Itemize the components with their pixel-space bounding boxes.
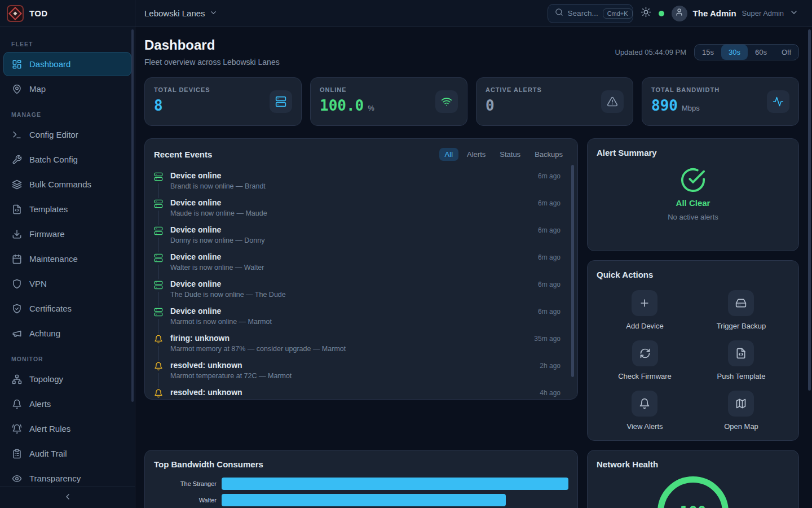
refresh-interval-60s-button[interactable]: 60s — [748, 45, 774, 60]
page-title: Dashboard — [144, 37, 280, 53]
search-icon — [555, 8, 563, 19]
sidebar-item-batch-config[interactable]: Batch Config — [3, 147, 131, 172]
stat-label: TOTAL BANDWIDTH — [651, 86, 720, 93]
alert-summary-status: All Clear — [676, 198, 710, 208]
server-icon — [154, 306, 163, 319]
event-row: Device onlineThe Dude is now online — Th… — [154, 276, 568, 303]
sidebar-item-maintenance[interactable]: Maintenance — [3, 247, 131, 271]
events-list: Device onlineBrandt is now online — Bran… — [154, 168, 568, 400]
file-code-icon — [735, 348, 747, 359]
bandwidth-bars: The StrangerWalter — [154, 478, 568, 506]
sidebar-item-dashboard[interactable]: Dashboard — [3, 52, 131, 76]
sidebar-item-alert-rules[interactable]: Alert Rules — [3, 417, 131, 441]
event-detail: Donny is now online — Donny — [170, 237, 531, 245]
stat-card-total-devices: TOTAL DEVICES8 — [144, 77, 302, 126]
quick-action-check-firmware[interactable]: Check Firmware — [618, 340, 672, 380]
check-circle-icon — [680, 167, 706, 193]
quick-action-label: Add Device — [626, 322, 663, 330]
plus-icon — [639, 297, 650, 309]
quick-action-open-map[interactable]: Open Map — [724, 391, 758, 431]
event-time: 6m ago — [538, 252, 561, 272]
event-time: 6m ago — [538, 279, 561, 299]
sidebar-item-firmware[interactable]: Firmware — [3, 222, 131, 246]
sidebar-item-alerts[interactable]: Alerts — [3, 392, 131, 416]
refresh-interval-15s-button[interactable]: 15s — [695, 45, 721, 60]
events-scrollbar-thumb[interactable] — [571, 165, 574, 377]
stat-label: TOTAL DEVICES — [154, 86, 210, 93]
sidebar-header: TOD — [0, 0, 135, 27]
dashboard-grid: Recent Events AllAlertsStatusBackups Dev… — [144, 138, 799, 508]
event-row: Device onlineMarmot is now online — Marm… — [154, 303, 568, 330]
avatar — [672, 6, 687, 21]
sidebar-item-certificates[interactable]: Certificates — [3, 296, 131, 321]
chevron-down-icon — [209, 8, 218, 19]
refresh-icon — [639, 348, 651, 359]
quick-actions-title: Quick Actions — [597, 270, 789, 279]
event-title: Device online — [170, 279, 531, 289]
main-scrollbar-thumb[interactable] — [808, 29, 811, 391]
recent-events-panel: Recent Events AllAlertsStatusBackups Dev… — [144, 138, 578, 400]
sidebar-item-bulk-commands[interactable]: Bulk Commands — [3, 172, 131, 196]
sidebar-item-label: Certificates — [29, 304, 72, 313]
stat-icon-box — [270, 90, 292, 113]
sidebar-section-label: MANAGE — [11, 111, 123, 118]
sidebar-item-topology[interactable]: Topology — [3, 367, 131, 391]
refresh-interval-off-button[interactable]: Off — [774, 45, 798, 60]
quick-action-button[interactable] — [728, 391, 754, 417]
sidebar-item-label: VPN — [29, 279, 47, 288]
sidebar-scrollbar-thumb[interactable] — [131, 29, 134, 402]
recent-events-title: Recent Events — [154, 150, 212, 159]
sidebar: TOD FLEETDashboardMapMANAGEConfig Editor… — [0, 0, 135, 508]
shield-check-icon — [12, 304, 22, 314]
stat-suffix: % — [368, 104, 374, 112]
quick-action-view-alerts[interactable]: View Alerts — [626, 391, 663, 431]
stats-row: TOTAL DEVICES8ONLINE100.0%ACTIVE ALERTS0… — [144, 77, 799, 126]
bell-icon — [154, 388, 163, 400]
quick-action-button[interactable] — [632, 391, 657, 417]
user-name: The Admin — [693, 8, 736, 18]
event-title: resolved: unknown — [170, 361, 532, 370]
topbar: Lebowski Lanes Search... Cmd+K The Admin… — [135, 0, 812, 27]
event-time: 6m ago — [538, 306, 561, 326]
refresh-interval-30s-button[interactable]: 30s — [721, 45, 748, 60]
event-title: firing: unknown — [170, 334, 527, 343]
layers-icon — [12, 179, 22, 190]
bell-icon — [12, 399, 22, 409]
event-tab-status[interactable]: Status — [494, 148, 526, 161]
connection-status-dot — [659, 11, 664, 16]
sidebar-nav: FLEETDashboardMapMANAGEConfig EditorBatc… — [0, 27, 135, 487]
search-input[interactable]: Search... Cmd+K — [548, 4, 633, 23]
user-menu[interactable]: The Admin Super Admin — [672, 6, 798, 21]
quick-action-add-device[interactable]: Add Device — [626, 290, 663, 330]
sidebar-item-templates[interactable]: Templates — [3, 197, 131, 221]
sidebar-item-label: Batch Config — [29, 155, 78, 164]
sidebar-item-achtung[interactable]: Achtung — [3, 321, 131, 345]
server-icon — [154, 252, 163, 265]
quick-action-button[interactable] — [728, 340, 754, 366]
sidebar-item-vpn[interactable]: VPN — [3, 271, 131, 296]
org-switcher[interactable]: Lebowski Lanes — [144, 8, 218, 19]
event-title: Device online — [170, 198, 531, 208]
sidebar-collapse-button[interactable] — [0, 487, 135, 508]
map-icon — [735, 398, 747, 409]
event-tab-all[interactable]: All — [439, 148, 458, 161]
event-detail: The Dude is now online — The Dude — [170, 291, 531, 299]
quick-action-push-template[interactable]: Push Template — [717, 340, 766, 380]
event-detail: Walter is now online — Walter — [170, 264, 531, 272]
sidebar-item-audit-trail[interactable]: Audit Trail — [3, 441, 131, 466]
server-icon — [154, 198, 163, 211]
page-header: Dashboard Fleet overview across Lebowski… — [144, 37, 799, 67]
bell-icon — [639, 398, 650, 409]
sidebar-item-transparency[interactable]: Transparency — [3, 466, 131, 487]
sidebar-item-config-editor[interactable]: Config Editor — [3, 122, 131, 147]
quick-action-button[interactable] — [728, 290, 754, 316]
event-tab-alerts[interactable]: Alerts — [461, 148, 491, 161]
page-subtitle: Fleet overview across Lebowski Lanes — [144, 58, 280, 67]
event-row: Device onlineMaude is now online — Maude… — [154, 195, 568, 222]
quick-action-button[interactable] — [632, 340, 658, 366]
quick-action-trigger-backup[interactable]: Trigger Backup — [717, 290, 766, 330]
sidebar-item-map[interactable]: Map — [3, 77, 131, 101]
quick-action-button[interactable] — [632, 290, 657, 316]
theme-toggle-button[interactable] — [641, 7, 651, 20]
event-tab-backups[interactable]: Backups — [529, 148, 568, 161]
